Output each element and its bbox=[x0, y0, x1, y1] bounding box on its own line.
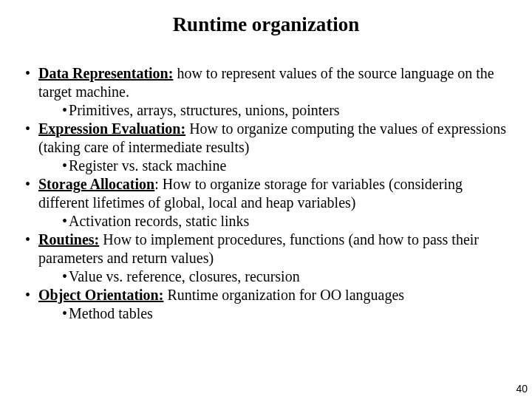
bullet-icon: • bbox=[21, 286, 38, 304]
sub-bullet-icon: • bbox=[62, 304, 69, 323]
bullet-icon: • bbox=[21, 120, 38, 157]
sub-bullet-text: Primitives, arrays, structures, unions, … bbox=[69, 101, 340, 120]
sub-bullet-icon: • bbox=[62, 212, 69, 231]
bullet-item: • Storage Allocation: How to organize st… bbox=[21, 175, 511, 212]
bullet-body: How to implement procedures, functions (… bbox=[38, 231, 479, 266]
sub-bullet-item: • Activation records, static links bbox=[62, 212, 511, 231]
bullet-text: Object Orientation: Runtime organization… bbox=[38, 286, 511, 304]
sub-bullet-text: Activation records, static links bbox=[69, 212, 249, 231]
bullet-icon: • bbox=[21, 231, 38, 267]
bullet-heading: Data Representation: bbox=[38, 65, 173, 81]
page-number: 40 bbox=[516, 383, 528, 395]
bullet-item: • Data Representation: how to represent … bbox=[21, 64, 511, 101]
sub-bullet-icon: • bbox=[62, 157, 69, 175]
slide-title: Runtime organization bbox=[21, 13, 511, 36]
sub-bullet-item: • Method tables bbox=[62, 304, 511, 323]
sub-bullet-text: Value vs. reference, closures, recursion bbox=[69, 267, 300, 286]
bullet-text: Storage Allocation: How to organize stor… bbox=[38, 175, 511, 212]
bullet-item: • Object Orientation: Runtime organizati… bbox=[21, 286, 511, 304]
bullet-text: Data Representation: how to represent va… bbox=[38, 64, 511, 101]
sub-bullet-text: Register vs. stack machine bbox=[69, 157, 226, 175]
sub-bullet-item: • Value vs. reference, closures, recursi… bbox=[62, 267, 511, 286]
bullet-text: Expression Evaluation: How to organize c… bbox=[38, 120, 511, 157]
bullet-heading: Routines: bbox=[38, 231, 99, 248]
sub-bullet-icon: • bbox=[62, 101, 69, 120]
slide-content: • Data Representation: how to represent … bbox=[21, 64, 511, 323]
bullet-body: Runtime organization for OO languages bbox=[163, 287, 404, 303]
bullet-heading: Expression Evaluation: bbox=[38, 120, 185, 137]
bullet-icon: • bbox=[21, 175, 38, 212]
sub-bullet-item: • Primitives, arrays, structures, unions… bbox=[62, 101, 511, 120]
bullet-heading: Object Orientation: bbox=[38, 287, 163, 303]
sub-bullet-text: Method tables bbox=[69, 304, 153, 323]
bullet-item: • Routines: How to implement procedures,… bbox=[21, 231, 511, 267]
bullet-icon: • bbox=[21, 64, 38, 101]
bullet-heading: Storage Allocation bbox=[38, 176, 154, 192]
bullet-text: Routines: How to implement procedures, f… bbox=[38, 231, 511, 267]
slide-container: Runtime organization • Data Representati… bbox=[0, 0, 532, 323]
bullet-item: • Expression Evaluation: How to organize… bbox=[21, 120, 511, 157]
sub-bullet-item: • Register vs. stack machine bbox=[62, 157, 511, 175]
sub-bullet-icon: • bbox=[62, 267, 69, 286]
